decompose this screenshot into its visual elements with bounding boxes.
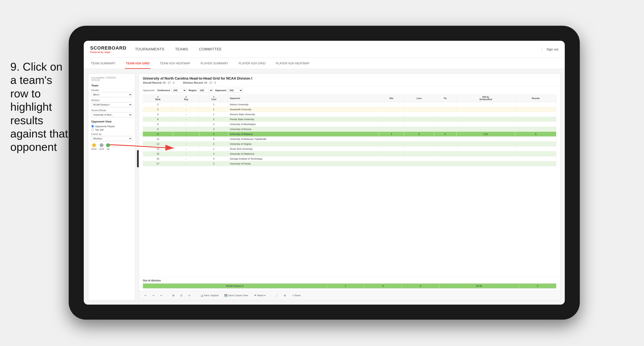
table-row[interactable]: 3-2Vanderbilt University: [143, 107, 556, 112]
col-reg: #Reg: [173, 95, 199, 102]
table-row[interactable]: 2-1Auburn University: [143, 102, 556, 107]
cell-reg: -: [173, 161, 199, 166]
cell-loss: 0: [404, 132, 434, 137]
cell-rounds: [515, 137, 556, 142]
region-select[interactable]: (All): [198, 88, 213, 93]
conference-select[interactable]: (All): [171, 88, 186, 93]
radio-top100[interactable]: Top 100: [91, 128, 132, 131]
screenshot-btn[interactable]: ⬚: [274, 294, 280, 298]
cell-opponent: University of Virginia: [228, 142, 379, 146]
cell-reg: -: [173, 137, 199, 142]
colour-by-select[interactable]: Win/loss: [91, 136, 132, 141]
cell-diff: [456, 146, 515, 151]
table-row[interactable]: 8-2University of Washington: [143, 122, 556, 127]
table-row[interactable]: 4-1Arizona State University: [143, 112, 556, 117]
cell-loss: [404, 107, 434, 112]
reset-button[interactable]: ↩: [159, 294, 164, 298]
cell-conf: 5: [199, 132, 228, 137]
sign-out-button[interactable]: Sign out: [546, 47, 558, 51]
table-row[interactable]: 16-4Georgia Institute of Technology: [143, 156, 556, 161]
legend-up-dot: [106, 143, 110, 147]
nav-committee[interactable]: COMMITTEE: [199, 47, 222, 51]
tab-player-h2h-grid[interactable]: PLAYER H2H GRID: [238, 58, 266, 69]
table-row[interactable]: 14-1Texas Tech University: [143, 146, 556, 151]
export-btn[interactable]: ⊡: [179, 294, 184, 298]
view-original-button[interactable]: 📊 View: Original: [199, 294, 220, 298]
cell-win: 3: [378, 132, 404, 137]
cell-tie: [434, 161, 456, 166]
table-row[interactable]: 6-2Florida State University: [143, 117, 556, 122]
cell-rank: 15: [143, 151, 173, 156]
cell-tie: [434, 127, 456, 132]
cell-tie: [434, 107, 456, 112]
cell-rounds: [515, 102, 556, 107]
tab-player-h2h-heatmap[interactable]: PLAYER H2H HEATMAP: [275, 58, 310, 69]
tab-team-h2h-grid[interactable]: TEAM H2H GRID: [125, 58, 150, 69]
cell-rounds: [515, 107, 556, 112]
cell-conf: 4: [199, 156, 228, 161]
gender-select[interactable]: Men's: [91, 92, 132, 97]
cell-diff: [456, 122, 515, 127]
division-select[interactable]: NCAA Division I: [91, 102, 132, 107]
content-title: University of North Carolina Head-to-Hea…: [143, 77, 556, 80]
cell-rounds: [515, 142, 556, 146]
cell-diff: [456, 151, 515, 156]
tablet-screen: SCOREBOARD Powered by clippi TOURNAMENTS…: [84, 41, 565, 305]
cell-conf: 3: [199, 161, 228, 166]
legend-level: Level: [99, 143, 104, 150]
table-row[interactable]: 9-3University of Arizona: [143, 127, 556, 132]
sidebar: Last Updated: 27/03/2024 16:55:38 Team G…: [88, 73, 135, 300]
cell-rounds: [515, 117, 556, 122]
last-updated: Last Updated: 27/03/2024 16:55:38: [91, 77, 132, 81]
table-row[interactable]: 15-2University of Oklahoma: [143, 151, 556, 156]
share-button[interactable]: ↗ Share: [290, 294, 302, 298]
grid-btn[interactable]: ⊞: [171, 294, 176, 298]
undo-button[interactable]: ↩: [143, 294, 148, 298]
radio-group: Opponents Played Top 100: [91, 125, 132, 131]
cell-opponent: Auburn University: [228, 102, 379, 107]
cell-reg: -: [173, 107, 199, 112]
radio-opponents-played[interactable]: Opponents Played: [91, 125, 132, 128]
redo-button[interactable]: ↪: [151, 294, 156, 298]
cell-win: [378, 102, 404, 107]
cell-rounds: [515, 122, 556, 127]
out-of-division-row[interactable]: NCAA Division II 1 0 0 26.00 3: [143, 284, 556, 289]
cell-reg: -: [173, 122, 199, 127]
sub-nav: TEAM SUMMARY TEAM H2H GRID TEAM H2H HEAT…: [84, 58, 565, 69]
col-loss: Loss: [404, 95, 434, 102]
cell-conf: 3: [199, 142, 228, 146]
nav-items: TOURNAMENTS TEAMS COMMITTEE: [135, 47, 541, 51]
cell-reg: -: [173, 102, 199, 107]
ood-tie: 0: [402, 284, 439, 289]
cell-opponent: University of Washington: [228, 122, 379, 127]
layout-btn[interactable]: ⊞: [282, 294, 288, 298]
tab-player-summary[interactable]: PLAYER SUMMARY: [200, 58, 229, 69]
logo-powered: Powered by clippi: [90, 51, 126, 53]
legend: Down Level Up: [91, 143, 132, 150]
clock-btn[interactable]: ⊙: [186, 294, 192, 298]
school-select[interactable]: University of Nort...: [91, 112, 132, 117]
records-row: Overall Record: 89 - 17 - 0 Division Rec…: [143, 81, 556, 84]
nav-tournaments[interactable]: TOURNAMENTS: [135, 47, 164, 51]
opponent-select[interactable]: (All): [228, 88, 243, 93]
tab-team-summary[interactable]: TEAM SUMMARY: [90, 58, 116, 69]
cell-diff: [456, 161, 515, 166]
cell-reg: -: [173, 156, 199, 161]
out-of-division-title: Out of division: [143, 279, 556, 282]
table-row[interactable]: 12-6University of Arkansas, Fayetteville: [143, 137, 556, 142]
instruction-text: 9. Click on a team's row to highlight re…: [10, 60, 70, 154]
table-row[interactable]: 11-5University of Alabama3002.618: [143, 132, 556, 137]
save-custom-view-button[interactable]: 💾 Save Custom View: [223, 294, 250, 298]
watch-button[interactable]: 👁 Watch ▾: [252, 294, 267, 298]
cell-rank: 6: [143, 117, 173, 122]
table-row[interactable]: 13-3University of Virginia: [143, 142, 556, 146]
cell-tie: [434, 156, 456, 161]
cell-reg: -: [173, 146, 199, 151]
nav-teams[interactable]: TEAMS: [175, 47, 188, 51]
cell-tie: [434, 117, 456, 122]
cell-rank: 14: [143, 146, 173, 151]
table-row[interactable]: 17-3University of Florida: [143, 161, 556, 166]
tab-team-h2h-heatmap[interactable]: TEAM H2H HEATMAP: [159, 58, 191, 69]
table-container[interactable]: #Rank #Reg #Conf Opponent Win Loss Tie D…: [139, 95, 560, 277]
tablet-frame: SCOREBOARD Powered by clippi TOURNAMENTS…: [69, 26, 580, 320]
